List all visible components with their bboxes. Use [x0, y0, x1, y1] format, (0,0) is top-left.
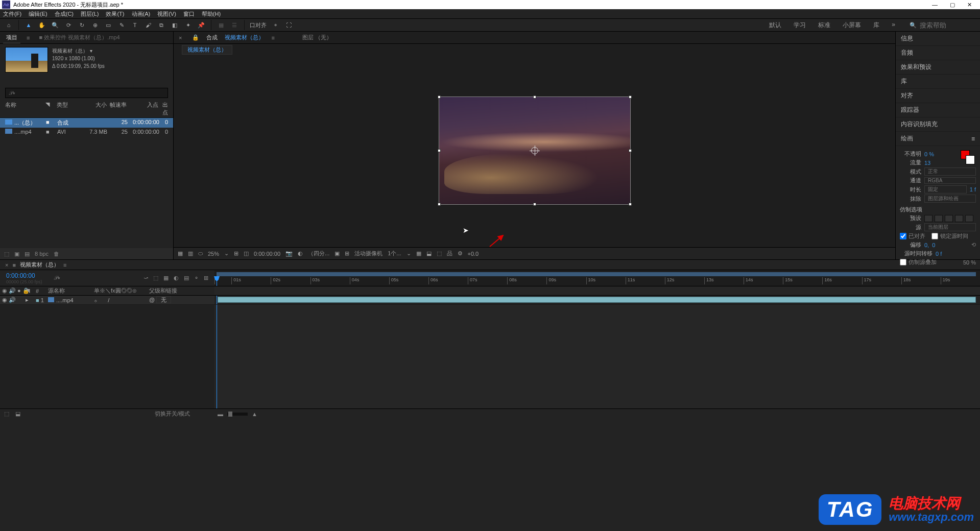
panel-audio[interactable]: 音频 — [896, 46, 980, 60]
menu-effect[interactable]: 效果(T) — [106, 10, 124, 18]
eraser-tool-icon[interactable]: ◧ — [170, 20, 179, 30]
transform-handle[interactable] — [438, 203, 441, 206]
layer-name[interactable]: ....mp4 — [56, 297, 74, 303]
flow-node[interactable]: 视频素材（总） — [182, 45, 232, 55]
bpc-toggle[interactable]: 8 bpc — [35, 251, 49, 257]
timeline-ruler[interactable]: 01s 02s 03s 04s 05s 06s 07s 08s 09s 10s … — [214, 270, 980, 286]
background-swatch[interactable] — [966, 155, 975, 164]
project-search-input[interactable]: 𝒫▾ — [5, 88, 168, 98]
transform-handle[interactable] — [438, 149, 441, 152]
toggle-shy-icon[interactable]: ⬚ — [4, 411, 9, 417]
text-tool-icon[interactable]: T — [130, 20, 139, 30]
alpha-icon[interactable]: ▦ — [178, 250, 183, 257]
project-row[interactable]: ...（总） ■ 合成 25 0:00:00:00 0 — [0, 118, 173, 128]
label-col-icon[interactable]: ◥ — [26, 287, 36, 294]
timeline-zoom-slider[interactable] — [227, 413, 248, 416]
help-search-input[interactable] — [920, 21, 976, 29]
panel-menu-icon[interactable]: ≡ — [63, 262, 66, 268]
brainstorm-icon[interactable]: ⚬ — [194, 275, 199, 281]
new-folder-icon[interactable]: ▣ — [14, 251, 19, 257]
frame-blend-icon[interactable]: ▦ — [163, 275, 169, 281]
interpret-icon[interactable]: ⬚ — [4, 251, 9, 257]
parent-col[interactable]: 父级和链接 — [146, 287, 212, 295]
minimize-icon[interactable]: ― — [932, 2, 938, 8]
menu-layer[interactable]: 图层(L) — [81, 10, 99, 18]
timeline-tab[interactable]: 视频素材（总） — [20, 261, 59, 269]
comp-tab-name[interactable]: 视频素材（总） — [225, 34, 264, 41]
offset-x[interactable]: 0, — [924, 242, 929, 248]
snap-options-icon[interactable]: ⚬ — [271, 20, 280, 30]
timeline-search-input[interactable]: 𝒫▾ — [54, 275, 60, 281]
clone-tool-icon[interactable]: ⧉ — [157, 20, 166, 30]
source-name-col[interactable]: 源名称 — [45, 287, 94, 295]
hand-tool-icon[interactable]: ✋ — [37, 20, 46, 30]
pickwhip-icon[interactable]: @ — [149, 297, 155, 303]
fast-preview-icon[interactable]: ⬓ — [426, 250, 432, 257]
anchor-point-icon[interactable] — [531, 147, 538, 154]
duration-dropdown[interactable]: 固定 — [924, 185, 967, 194]
resolution-dropdown[interactable]: （四分... — [308, 250, 329, 257]
workspace-lib[interactable]: 库 — [873, 21, 879, 30]
col-size[interactable]: 大小 — [83, 101, 107, 116]
layer-audio-icon[interactable]: 🔊 — [9, 297, 16, 303]
safe-zones-icon[interactable]: ◫ — [244, 250, 249, 257]
panel-content-aware[interactable]: 内容识别填充 — [896, 117, 980, 132]
menu-comp[interactable]: 合成(C) — [55, 10, 74, 18]
project-row[interactable]: ....mp4 ■ AVI 7.3 MB 25 0:00:00:00 0 — [0, 128, 173, 136]
col-type[interactable]: 类型 — [57, 101, 83, 116]
reset-offset-icon[interactable]: ⟲ — [971, 242, 976, 248]
transform-handle[interactable] — [629, 95, 632, 99]
clone-preset-5[interactable] — [965, 215, 973, 222]
selection-tool-icon[interactable]: ▲ — [24, 20, 33, 30]
menu-view[interactable]: 视图(V) — [157, 10, 176, 18]
erase-dropdown[interactable]: 图层源和绘画 — [924, 195, 976, 203]
render-queue-icon[interactable]: ⬓ — [15, 411, 20, 417]
maximize-icon[interactable]: ▢ — [950, 2, 955, 8]
home-icon[interactable]: ⌂ — [4, 20, 13, 30]
mode-dropdown[interactable]: 正常 — [924, 167, 976, 176]
panel-align[interactable]: 对齐 — [896, 89, 980, 103]
grid-icon[interactable]: ⊞ — [345, 250, 349, 257]
workspace-overflow-icon[interactable]: » — [892, 21, 895, 30]
panel-tracker[interactable]: 跟踪器 — [896, 103, 980, 117]
panel-paint-header[interactable]: 绘画≡ — [896, 132, 980, 146]
view-options-icon[interactable]: ⌄ — [407, 250, 411, 257]
panel-close-icon[interactable]: × — [5, 262, 8, 268]
shy-icon[interactable]: ⤻ — [144, 275, 148, 281]
tab-effect-controls[interactable]: ■ 效果控件 视频素材（总）.mp4 — [36, 32, 123, 43]
clone-preset-4[interactable] — [955, 215, 963, 222]
transform-handle[interactable] — [629, 149, 632, 152]
roi-icon[interactable]: ▣ — [334, 250, 340, 257]
lock-source-checkbox[interactable] — [931, 233, 938, 239]
clone-source-dropdown[interactable]: 当前图层 — [924, 223, 976, 231]
transform-handle[interactable] — [533, 203, 536, 206]
color-swatches[interactable] — [961, 150, 975, 164]
full-res-icon[interactable]: ⊞ — [234, 250, 238, 257]
opacity-value[interactable]: 0 % — [924, 151, 934, 157]
solo-col-icon[interactable]: ● — [17, 287, 21, 294]
audio-col-icon[interactable]: 🔊 — [9, 287, 16, 294]
current-time[interactable]: 0:00:00:00 — [6, 272, 42, 279]
camera-dropdown[interactable]: 活动摄像机 — [354, 250, 383, 257]
anchor-tool-icon[interactable]: ⊕ — [90, 20, 100, 30]
channel-dropdown[interactable]: RGBA — [924, 177, 976, 184]
offset-y[interactable]: 0 — [932, 242, 935, 248]
comp-viewer[interactable] — [174, 54, 895, 247]
tab-project[interactable]: 项目 — [3, 32, 20, 43]
workspace-small[interactable]: 小屏幕 — [843, 21, 861, 30]
snap-toggle[interactable]: 口对齐 — [250, 21, 267, 29]
puppet-tool-icon[interactable]: 📌 — [197, 20, 206, 30]
toggle-switches-button[interactable]: 切换开关/模式 — [155, 410, 190, 418]
layer-duration-bar[interactable] — [218, 297, 976, 303]
clone-preset-1[interactable] — [924, 215, 933, 222]
parent-dropdown[interactable]: 无 — [156, 296, 171, 303]
motion-blur-icon[interactable]: ◐ — [174, 275, 179, 281]
col-fps[interactable]: 帧速率 — [107, 101, 127, 116]
flowchart-icon[interactable]: 品 — [447, 250, 452, 257]
pixel-aspect-icon[interactable]: ▦ — [416, 250, 421, 257]
transform-handle[interactable] — [629, 203, 632, 206]
trash-icon[interactable]: 🗑 — [54, 251, 59, 257]
zoom-dropdown-icon[interactable]: ⌄ — [224, 250, 229, 257]
duration-frames[interactable]: 1 f — [970, 186, 976, 192]
workspace-learn[interactable]: 学习 — [794, 21, 806, 30]
